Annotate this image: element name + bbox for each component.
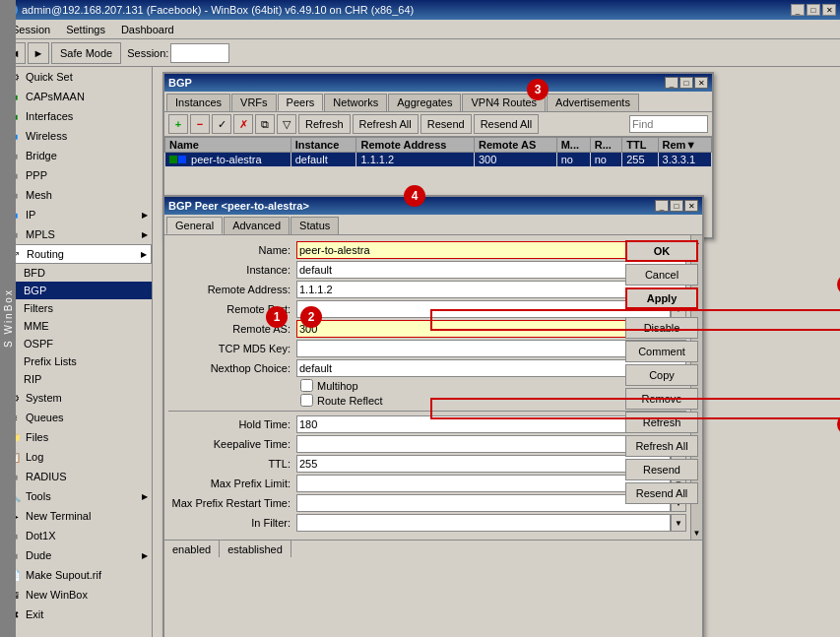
submenu-bgp[interactable]: BGP <box>0 282 152 299</box>
menu-dashboard[interactable]: Dashboard <box>113 22 182 37</box>
sidebar-item-quick-set[interactable]: ⚙ Quick Set <box>0 67 152 87</box>
forward-button[interactable]: ► <box>28 42 49 64</box>
sidebar-item-wireless[interactable]: ■ Wireless <box>0 126 152 146</box>
sidebar-item-radius[interactable]: ■ RADIUS <box>0 467 152 486</box>
row-instance: default <box>291 153 356 167</box>
hold-time-input[interactable] <box>296 415 662 433</box>
copy-button[interactable]: Copy <box>625 364 698 386</box>
sidebar-item-new-winbox[interactable]: 🖥 New WinBox <box>0 585 152 605</box>
sidebar-item-capsman[interactable]: ■ CAPsMAAN <box>0 87 152 106</box>
peer-close-button[interactable]: ✕ <box>684 200 698 212</box>
peer-tab-advanced[interactable]: Advanced <box>224 217 290 234</box>
bgp-tab-peers[interactable]: Peers <box>278 94 324 111</box>
resend-button[interactable]: Resend <box>625 459 698 480</box>
submenu-rip[interactable]: RIP <box>0 370 152 388</box>
col-r[interactable]: R... <box>590 138 622 153</box>
in-filter-input[interactable] <box>296 514 671 532</box>
in-filter-dropdown-btn[interactable]: ▼ <box>671 514 686 532</box>
bgp-tab-instances[interactable]: Instances <box>166 94 230 111</box>
remove-button[interactable]: Remove <box>625 388 698 410</box>
sidebar-item-ppp[interactable]: ■ PPP <box>0 165 152 185</box>
sidebar-item-system[interactable]: ⚙ System <box>0 388 152 408</box>
sidebar-item-queues[interactable]: ≡ Queues <box>0 408 152 427</box>
ok-button[interactable]: OK <box>625 240 698 262</box>
bgp-maximize-button[interactable]: □ <box>679 77 693 89</box>
bgp-remove-button[interactable]: − <box>190 114 210 134</box>
scroll-down-btn[interactable]: ▼ <box>691 527 703 540</box>
keepalive-input[interactable] <box>296 435 671 453</box>
remote-port-input[interactable] <box>296 300 671 318</box>
sidebar-item-make-supout[interactable]: 📄 Make Supout.rif <box>0 565 152 585</box>
bgp-check-button[interactable]: ✓ <box>212 114 231 134</box>
peer-maximize-button[interactable]: □ <box>670 200 683 212</box>
submenu-bfd[interactable]: BFD <box>0 264 152 282</box>
menu-settings[interactable]: Settings <box>58 22 113 37</box>
sidebar-item-interfaces[interactable]: ■ Interfaces <box>0 106 152 126</box>
sidebar-item-dot1x[interactable]: ■ Dot1X <box>0 526 152 545</box>
bgp-tab-vrfs[interactable]: VRFs <box>231 94 277 111</box>
max-prefix-restart-input[interactable] <box>296 494 671 512</box>
bgp-cross-button[interactable]: ✗ <box>233 114 253 134</box>
sidebar-item-files[interactable]: 📁 Files <box>0 427 152 447</box>
refresh-button[interactable]: Refresh <box>625 412 698 433</box>
col-remote-as[interactable]: Remote AS <box>474 138 556 153</box>
bgp-resend-button[interactable]: Resend <box>420 114 472 134</box>
col-remote-address[interactable]: Remote Address <box>356 138 475 153</box>
table-row[interactable]: peer-to-alestra default 1.1.1.2 300 no n… <box>165 153 712 167</box>
sidebar-item-routing[interactable]: ↗ Routing ▶ <box>0 244 152 264</box>
ttl-input[interactable] <box>296 455 671 473</box>
routing-arrow: ▶ <box>141 250 147 259</box>
sidebar-item-mesh[interactable]: ■ Mesh <box>0 185 152 205</box>
submenu-filters[interactable]: Filters <box>0 299 152 317</box>
minimize-button[interactable]: _ <box>791 4 805 16</box>
bgp-close-button[interactable]: ✕ <box>694 77 708 89</box>
apply-button[interactable]: Apply <box>625 287 698 309</box>
col-name[interactable]: Name <box>165 138 291 153</box>
mpls-arrow: ▶ <box>142 230 148 239</box>
col-m[interactable]: M... <box>556 138 590 153</box>
max-prefix-input[interactable] <box>296 475 671 492</box>
bgp-refresh-all-button[interactable]: Refresh All <box>353 114 419 134</box>
disable-button[interactable]: Disable <box>625 317 698 339</box>
bgp-find-input[interactable] <box>629 115 708 133</box>
refresh-all-button[interactable]: Refresh All <box>625 435 698 457</box>
bgp-tab-advertisements[interactable]: Advertisements <box>547 94 639 111</box>
route-reflect-label: Route Reflect <box>317 395 383 407</box>
sidebar-item-bridge[interactable]: ■ Bridge <box>0 146 152 165</box>
bgp-refresh-button[interactable]: Refresh <box>298 114 351 134</box>
form-label-ttl: TTL: <box>168 458 296 470</box>
bgp-filter-button[interactable]: ▽ <box>277 114 296 134</box>
resend-all-button[interactable]: Resend All <box>625 482 698 504</box>
bgp-copy-button[interactable]: ⧉ <box>255 114 275 134</box>
form-label-max-prefix: Max Prefix Limit: <box>168 478 296 489</box>
session-input[interactable] <box>170 43 229 63</box>
bgp-minimize-button[interactable]: _ <box>665 77 678 89</box>
bgp-tab-aggregates[interactable]: Aggregates <box>388 94 461 111</box>
maximize-button[interactable]: □ <box>807 4 820 16</box>
sidebar-item-log[interactable]: 📋 Log <box>0 447 152 467</box>
submenu-mme[interactable]: MME <box>0 317 152 335</box>
sidebar-item-tools[interactable]: 🔧 Tools ▶ <box>0 486 152 506</box>
col-instance[interactable]: Instance <box>291 138 356 153</box>
submenu-prefix-lists[interactable]: Prefix Lists <box>0 352 152 370</box>
submenu-ospf[interactable]: OSPF <box>0 335 152 352</box>
sidebar-item-new-terminal[interactable]: ▶ New Terminal <box>0 506 152 526</box>
col-rem[interactable]: Rem▼ <box>658 138 711 153</box>
close-button[interactable]: ✕ <box>822 4 836 16</box>
comment-button[interactable]: Comment <box>625 341 698 362</box>
sidebar-item-mpls[interactable]: ■ MPLS ▶ <box>0 224 152 244</box>
bgp-resend-all-button[interactable]: Resend All <box>474 114 540 134</box>
sidebar-item-ip[interactable]: ■ IP ▶ <box>0 205 152 224</box>
bgp-tab-networks[interactable]: Networks <box>324 94 387 111</box>
col-ttl[interactable]: TTL <box>622 138 658 153</box>
cancel-button[interactable]: Cancel <box>625 264 698 286</box>
multihop-checkbox[interactable] <box>300 379 313 392</box>
sidebar-item-exit[interactable]: ✖ Exit <box>0 605 152 624</box>
safe-mode-button[interactable]: Safe Mode <box>51 42 121 64</box>
peer-minimize-button[interactable]: _ <box>655 200 669 212</box>
route-reflect-checkbox[interactable] <box>300 394 313 407</box>
peer-tab-general[interactable]: General <box>166 217 223 234</box>
bgp-add-button[interactable]: + <box>168 114 188 134</box>
peer-tab-status[interactable]: Status <box>291 217 339 234</box>
sidebar-item-dude[interactable]: ■ Dude ▶ <box>0 545 152 565</box>
